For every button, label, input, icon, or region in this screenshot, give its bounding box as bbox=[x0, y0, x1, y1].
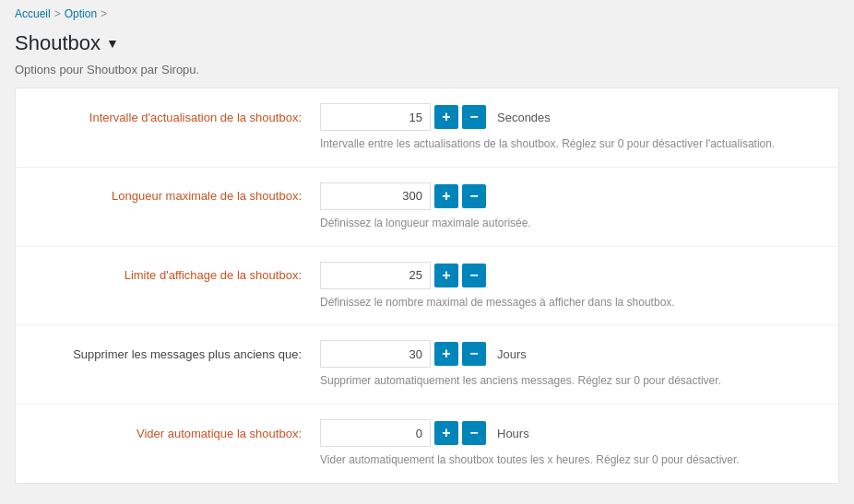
settings-row-auto_clear: Vider automatique la shoutbox:+−HoursVid… bbox=[16, 404, 838, 483]
input-auto_clear[interactable] bbox=[320, 419, 431, 447]
settings-row-display_limit: Limite d'affichage de la shoutbox:+−Défi… bbox=[16, 247, 838, 326]
btn-minus-interval[interactable]: − bbox=[462, 105, 486, 129]
row-hint-auto_clear: Vider automatiquement la shoutbox toutes… bbox=[34, 452, 820, 468]
breadcrumb-sep2: > bbox=[101, 7, 107, 20]
settings-row-interval: Intervalle d'actualisation de la shoutbo… bbox=[16, 88, 838, 168]
row-label-auto_clear: Vider automatique la shoutbox: bbox=[34, 427, 320, 440]
row-control-max_length: +− bbox=[320, 182, 486, 210]
breadcrumb-home[interactable]: Accueil bbox=[15, 7, 51, 20]
breadcrumb-option[interactable]: Option bbox=[65, 7, 97, 20]
row-control-auto_clear: +−Hours bbox=[320, 419, 529, 447]
unit-auto_clear: Hours bbox=[497, 427, 529, 440]
row-control-display_limit: +− bbox=[320, 262, 486, 289]
settings-row-delete_old: Supprimer les messages plus anciens que:… bbox=[16, 325, 838, 404]
page-wrapper: Accueil > Option > Shoutbox ▼ Options po… bbox=[0, 0, 854, 504]
input-interval[interactable] bbox=[320, 103, 431, 131]
row-hint-max_length: Définissez la longueur maximale autorisé… bbox=[34, 216, 820, 231]
input-max_length[interactable] bbox=[320, 182, 431, 210]
row-hint-interval: Intervalle entre les actualisations de l… bbox=[34, 136, 820, 152]
row-main-display_limit: Limite d'affichage de la shoutbox:+− bbox=[34, 262, 820, 289]
breadcrumb: Accueil > Option > bbox=[0, 0, 854, 28]
title-dropdown-icon[interactable]: ▼ bbox=[106, 36, 119, 51]
row-label-delete_old: Supprimer les messages plus anciens que: bbox=[34, 347, 320, 361]
input-delete_old[interactable] bbox=[320, 340, 431, 368]
unit-interval: Secondes bbox=[497, 111, 551, 124]
btn-minus-display_limit[interactable]: − bbox=[462, 264, 486, 287]
row-main-max_length: Longueur maximale de la shoutbox:+− bbox=[34, 182, 820, 210]
page-subtitle: Options pour Shoutbox par Siropu. bbox=[0, 63, 854, 88]
btn-plus-delete_old[interactable]: + bbox=[434, 342, 458, 366]
row-main-auto_clear: Vider automatique la shoutbox:+−Hours bbox=[34, 419, 820, 447]
page-title-wrap: Shoutbox ▼ bbox=[0, 28, 854, 63]
btn-minus-max_length[interactable]: − bbox=[462, 184, 486, 208]
row-label-display_limit: Limite d'affichage de la shoutbox: bbox=[34, 268, 320, 282]
settings-row-max_length: Longueur maximale de la shoutbox:+−Défin… bbox=[16, 168, 838, 247]
btn-plus-display_limit[interactable]: + bbox=[434, 264, 458, 287]
page-title: Shoutbox bbox=[15, 31, 101, 55]
row-main-interval: Intervalle d'actualisation de la shoutbo… bbox=[34, 103, 820, 131]
row-control-delete_old: +−Jours bbox=[320, 340, 527, 368]
row-control-interval: +−Secondes bbox=[320, 103, 551, 131]
row-hint-delete_old: Supprimer automatiquement les anciens me… bbox=[34, 373, 820, 389]
breadcrumb-sep1: > bbox=[54, 7, 61, 20]
unit-delete_old: Jours bbox=[497, 347, 527, 361]
btn-minus-delete_old[interactable]: − bbox=[462, 342, 486, 366]
btn-plus-interval[interactable]: + bbox=[434, 105, 458, 129]
btn-plus-max_length[interactable]: + bbox=[434, 184, 458, 208]
row-main-delete_old: Supprimer les messages plus anciens que:… bbox=[34, 340, 820, 368]
row-label-interval: Intervalle d'actualisation de la shoutbo… bbox=[34, 111, 320, 124]
btn-plus-auto_clear[interactable]: + bbox=[434, 421, 458, 445]
input-display_limit[interactable] bbox=[320, 262, 431, 289]
row-hint-display_limit: Définissez le nombre maximal de messages… bbox=[34, 295, 820, 311]
btn-minus-auto_clear[interactable]: − bbox=[462, 421, 486, 445]
row-label-max_length: Longueur maximale de la shoutbox: bbox=[34, 189, 320, 203]
settings-panel: Intervalle d'actualisation de la shoutbo… bbox=[15, 88, 839, 484]
